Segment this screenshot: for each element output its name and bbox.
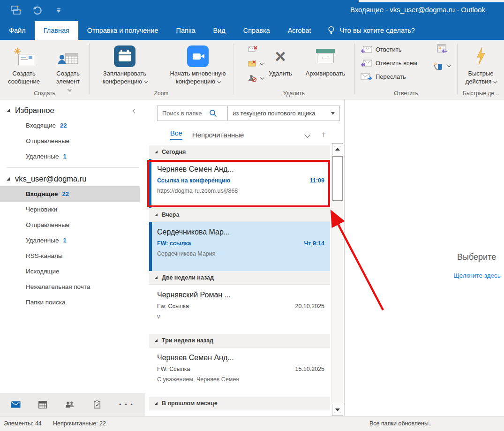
unread-count: 1: [63, 237, 66, 244]
tab-folder[interactable]: Папка: [167, 21, 204, 40]
im-button[interactable]: [433, 61, 450, 71]
ribbon-divider: [354, 44, 355, 94]
mail-sender: Черняев Семен Анд...: [157, 165, 324, 174]
tab-acrobat[interactable]: Acrobat: [279, 21, 320, 40]
ribbon-divider: [89, 44, 90, 94]
tab-file[interactable]: Файл: [0, 21, 35, 40]
start-meeting-button[interactable]: Начать мгновеннуюконференцию: [163, 42, 233, 85]
favorites-sent[interactable]: Отправленные: [0, 133, 140, 149]
sidebar-divider: [7, 167, 139, 168]
favorites-deleted[interactable]: Удаленные 1: [0, 149, 140, 164]
mail-subject: FW: ссылка: [157, 240, 191, 247]
account-junk[interactable]: Нежелательная почта: [0, 279, 140, 295]
quick-steps-label-2: действия: [466, 78, 492, 85]
account-search-folders[interactable]: Папки поиска: [0, 295, 140, 310]
mail-item-today[interactable]: Черняев Семен Анд... Ссылка на конференц…: [149, 159, 330, 208]
calendar-module-icon[interactable]: [38, 400, 48, 409]
mail-sender: Черняев Семен Анд...: [157, 354, 324, 362]
favorites-header[interactable]: Избранное: [0, 103, 145, 118]
mail-item-yesterday[interactable]: Сердечникова Мар... FW: ссылка Чт 9:14 С…: [149, 222, 330, 271]
reply-button[interactable]: Ответить: [361, 45, 417, 54]
mail-time: 20.10.2025: [295, 303, 324, 310]
schedule-meeting-button[interactable]: Запланироватьконференцию: [90, 42, 160, 85]
tab-help[interactable]: Справка: [234, 21, 279, 40]
chevron-down-icon: [217, 79, 221, 83]
delete-button[interactable]: × Удалить: [263, 42, 298, 77]
status-unread-count: Непрочитанные: 22: [53, 420, 106, 427]
folder-label: Входящие: [26, 190, 58, 197]
junk-button[interactable]: [248, 73, 263, 83]
new-item-button[interactable]: Создатьэлемент: [47, 42, 89, 93]
message-list-scrollbar[interactable]: [331, 143, 343, 416]
account-header[interactable]: vks_user@dogma.ru: [0, 172, 145, 186]
reading-pane-link[interactable]: Щелкните здесь: [453, 272, 501, 279]
start-label-1: Начать мгновенную: [170, 69, 226, 77]
meeting-button[interactable]: [436, 44, 447, 54]
mail-time: Чт 9:14: [304, 240, 324, 247]
qat-triangle: [57, 10, 60, 13]
collapse-folder-pane-icon[interactable]: [133, 106, 138, 111]
folder-label: Отправленные: [26, 137, 69, 144]
customize-qat-dropdown-icon[interactable]: [53, 4, 65, 16]
ribbon-divider: [457, 44, 458, 94]
group-header-three-weeks[interactable]: Три недели назад: [149, 334, 330, 348]
expand-triangle-icon: [155, 402, 158, 405]
favorites-inbox[interactable]: Входящие 22: [0, 118, 140, 133]
forward-button[interactable]: Переслать: [361, 72, 417, 82]
group-header-two-weeks[interactable]: Две недели назад: [149, 271, 330, 285]
undo-icon[interactable]: [31, 4, 43, 16]
account-rss[interactable]: RSS-каналы: [0, 248, 140, 264]
group-header-last-month[interactable]: В прошлом месяце: [149, 397, 330, 410]
send-receive-icon[interactable]: [9, 4, 22, 16]
window-title: Входящие - vks_user@dogma.ru - Outlook: [350, 6, 485, 14]
favorites-header-label: Избранное: [15, 106, 54, 115]
top-edge-strip: [359, 0, 504, 2]
mail-item-two-weeks[interactable]: Чернявский Роман ... Fw: Ссылка 20.10.20…: [149, 285, 330, 334]
tab-view[interactable]: Вид: [204, 21, 234, 40]
group-header-yesterday[interactable]: Вчера: [149, 208, 330, 222]
mail-preview: Сердечникова Мария: [157, 250, 324, 257]
sort-order-chevron-icon[interactable]: [304, 132, 310, 138]
selected-indicator-bar: [149, 222, 152, 271]
scroll-up-button[interactable]: [332, 143, 343, 155]
more-modules-icon[interactable]: • • •: [119, 401, 134, 408]
sort-direction-icon[interactable]: ↑: [322, 130, 326, 139]
status-bar: Элементы: 44 Непрочитанные: 22 Все папки…: [0, 416, 504, 431]
new-message-button[interactable]: Создатьсообщение: [0, 42, 47, 93]
expand-triangle-icon: [155, 151, 158, 153]
reply-all-button[interactable]: Ответить всем: [361, 58, 417, 68]
search-icon[interactable]: [209, 109, 217, 117]
reply-all-label: Ответить всем: [376, 60, 417, 67]
filter-tab-all[interactable]: Все: [170, 129, 182, 140]
account-inbox[interactable]: Входящие 22: [0, 186, 140, 202]
mail-item-three-weeks[interactable]: Черняев Семен Анд... FW: Ссылка 15.10.20…: [149, 348, 330, 397]
chevron-down-icon: [494, 79, 497, 83]
account-sent[interactable]: Отправленные: [0, 217, 140, 233]
account-outbox[interactable]: Исходящие: [0, 264, 140, 279]
account-header-label: vks_user@dogma.ru: [15, 174, 86, 183]
tab-home[interactable]: Главная: [35, 21, 78, 40]
mail-time: 15.10.2025: [295, 366, 324, 372]
start-label-2: конференцию: [176, 78, 215, 85]
search-scope-dropdown[interactable]: из текущего почтового ящика: [228, 106, 339, 121]
group-header-today[interactable]: Сегодня: [149, 145, 330, 159]
new-message-label-2: сообщение: [8, 77, 40, 85]
ribbon-group-create: Создатьсообщение: [0, 40, 89, 99]
tab-send-receive[interactable]: Отправка и получение: [78, 21, 167, 40]
people-module-icon[interactable]: [65, 400, 75, 409]
account-deleted[interactable]: Удаленные 1: [0, 233, 140, 248]
archive-button[interactable]: Архивировать: [298, 42, 353, 77]
tasks-module-icon[interactable]: [92, 400, 102, 409]
search-input[interactable]: [162, 110, 209, 117]
mail-module-icon[interactable]: [10, 400, 21, 409]
cleanup-button[interactable]: [248, 59, 263, 68]
scroll-down-button[interactable]: [332, 404, 343, 416]
ignore-button[interactable]: [248, 44, 263, 54]
scrollbar-thumb[interactable]: [332, 156, 343, 201]
title-bar: Входящие - vks_user@dogma.ru - Outlook: [0, 0, 504, 21]
account-drafts[interactable]: Черновики: [0, 202, 140, 217]
tell-me-box[interactable]: Что вы хотите сделать?: [320, 21, 415, 40]
search-input-area[interactable]: [158, 106, 228, 121]
quick-steps-button[interactable]: Быстрыедействия: [459, 42, 503, 85]
filter-tab-unread[interactable]: Непрочитанные: [192, 131, 244, 139]
